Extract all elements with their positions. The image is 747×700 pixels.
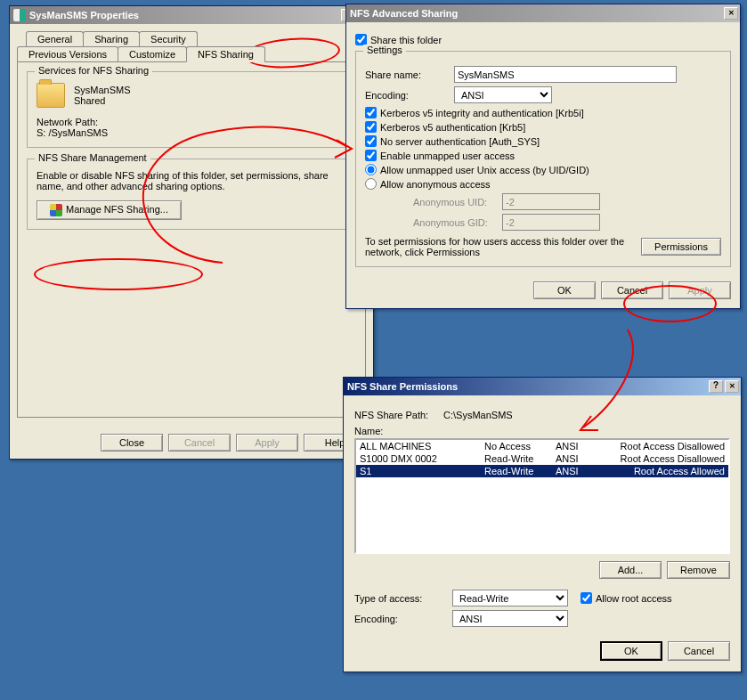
allow-root-checkbox[interactable]: Allow root access: [581, 592, 672, 604]
settings-groupbox: Settings Share name: Encoding: ANSI Kerb…: [355, 51, 731, 267]
apply-button-2: Apply: [669, 281, 731, 299]
close-button[interactable]: Close: [101, 434, 163, 452]
krb5i-checkbox[interactable]: Kerberos v5 integrity and authentication…: [365, 107, 721, 118]
folder-name: SysManSMS: [74, 85, 131, 95]
close-icon[interactable]: [724, 7, 738, 20]
permissions-text: To set permissions for how users access …: [365, 236, 641, 257]
advanced-sharing-dialog: NFS Advanced Sharing Share this folder S…: [345, 4, 741, 309]
add-button[interactable]: Add...: [599, 561, 662, 579]
cancel-button-1: Cancel: [168, 434, 231, 452]
allow-anon-label: Allow anonymous access: [380, 179, 491, 190]
list-item[interactable]: ALL MACHINES No Access ANSI Root Access …: [356, 440, 728, 452]
type-of-access-label: Type of access:: [354, 593, 452, 604]
tab-general[interactable]: General: [26, 31, 84, 46]
list-item[interactable]: S1000 DMX 0002 Read-Write ANSI Root Acce…: [356, 452, 728, 465]
advanced-title: NFS Advanced Sharing: [350, 8, 722, 19]
encoding-select-2[interactable]: ANSI: [452, 610, 568, 627]
anon-uid-label: Anonymous UID:: [413, 197, 502, 208]
encoding-label-2: Encoding:: [354, 614, 452, 624]
ok-button-1[interactable]: OK: [533, 281, 596, 299]
krb5-checkbox[interactable]: Kerberos v5 authentication [Krb5]: [365, 121, 721, 133]
allow-uid-label: Allow unmapped user Unix access (by UID/…: [380, 165, 589, 175]
close-icon[interactable]: [725, 380, 739, 393]
cancel-button-3[interactable]: Cancel: [668, 641, 730, 661]
permissions-title: NFS Share Permissions: [347, 381, 707, 392]
manage-nfs-sharing-button[interactable]: Manage NFS Sharing...: [37, 200, 182, 220]
properties-title: SysManSMS Properties: [29, 10, 339, 20]
mgmt-groupbox: NFS Share Management Enable or disable N…: [27, 159, 356, 230]
shield-icon: [50, 204, 62, 216]
tab-customize[interactable]: Customize: [118, 46, 187, 61]
services-group-title: Services for NFS Sharing: [35, 65, 152, 76]
services-groupbox: Services for NFS Sharing SysManSMS Share…: [27, 71, 356, 148]
mgmt-description: Enable or disable NFS sharing of this fo…: [37, 170, 346, 191]
krb5-label: Kerberos v5 authentication [Krb5]: [380, 122, 525, 133]
ok-button-2[interactable]: OK: [600, 641, 662, 661]
network-path-value: S: /SysManSMS: [37, 127, 346, 138]
tab-nfs-sharing[interactable]: NFS Sharing: [186, 46, 265, 62]
enable-unmapped-checkbox[interactable]: Enable unmapped user access: [365, 150, 721, 161]
auth-sys-checkbox[interactable]: No server authentication [Auth_SYS]: [365, 135, 721, 147]
encoding-label-1: Encoding:: [365, 90, 454, 101]
encoding-select-1[interactable]: ANSI: [454, 86, 552, 103]
folder-status: Shared: [74, 95, 131, 106]
cancel-button-2[interactable]: Cancel: [601, 281, 663, 299]
network-path-label: Network Path:: [37, 117, 346, 127]
auth-sys-label: No server authentication [Auth_SYS]: [380, 136, 540, 147]
anon-uid-input: [502, 193, 600, 210]
type-of-access-select[interactable]: Read-Write: [452, 590, 568, 606]
apply-button-1: Apply: [236, 434, 298, 452]
advanced-titlebar[interactable]: NFS Advanced Sharing: [346, 4, 740, 22]
tab-previous-versions[interactable]: Previous Versions: [17, 46, 118, 61]
permissions-titlebar[interactable]: NFS Share Permissions ?: [344, 378, 741, 395]
allow-root-label: Allow root access: [596, 593, 672, 604]
krb5i-label: Kerberos v5 integrity and authentication…: [380, 108, 584, 118]
nfs-path-value: C:\SysManSMS: [443, 410, 513, 420]
folder-small-icon: [13, 9, 26, 21]
properties-button-row: Close Cancel Apply Help: [10, 427, 373, 459]
permissions-button[interactable]: Permissions: [641, 238, 721, 256]
share-this-label: Share this folder: [370, 35, 442, 45]
remove-button[interactable]: Remove: [667, 561, 730, 579]
properties-titlebar[interactable]: SysManSMS Properties ?: [10, 6, 373, 24]
allow-anon-radio[interactable]: Allow anonymous access: [365, 178, 721, 190]
tab-strip: General Sharing Security Previous Versio…: [17, 31, 366, 61]
share-this-folder-checkbox[interactable]: Share this folder: [355, 34, 731, 45]
share-name-input[interactable]: [454, 66, 677, 83]
name-label: Name:: [354, 426, 730, 436]
anon-gid-label: Anonymous GID:: [413, 217, 502, 228]
nfs-sharing-panel: Services for NFS Sharing SysManSMS Share…: [17, 61, 366, 418]
tab-security[interactable]: Security: [139, 31, 198, 46]
properties-dialog: SysManSMS Properties ? General Sharing S…: [9, 5, 374, 460]
help-icon[interactable]: ?: [709, 380, 723, 393]
share-permissions-dialog: NFS Share Permissions ? NFS Share Path: …: [343, 377, 742, 672]
permissions-listbox[interactable]: ALL MACHINES No Access ANSI Root Access …: [354, 438, 730, 554]
list-item[interactable]: S1 Read-Write ANSI Root Access Allowed: [356, 465, 728, 477]
manage-btn-label: Manage NFS Sharing...: [66, 204, 168, 215]
enable-unmapped-label: Enable unmapped user access: [380, 151, 515, 161]
mgmt-group-title: NFS Share Management: [35, 152, 150, 163]
folder-icon: [37, 83, 65, 108]
settings-group-title: Settings: [363, 45, 406, 55]
tab-sharing[interactable]: Sharing: [83, 31, 140, 46]
nfs-path-label: NFS Share Path:: [354, 410, 443, 420]
allow-uid-radio[interactable]: Allow unmapped user Unix access (by UID/…: [365, 164, 721, 175]
share-name-label: Share name:: [365, 69, 454, 80]
anon-gid-input: [502, 214, 600, 231]
